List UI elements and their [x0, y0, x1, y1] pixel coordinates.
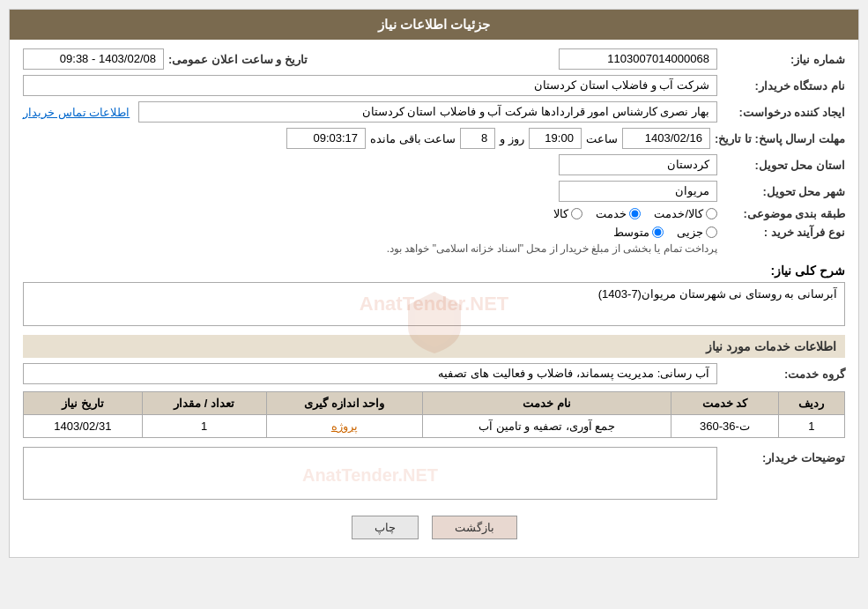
button-group: بازگشت چاپ	[23, 516, 845, 548]
cell-code: ت-36-360	[671, 415, 778, 438]
creator-value: بهار نصری کارشناس امور قراردادها شرکت آب…	[138, 101, 717, 123]
need-number-label: شماره نیاز:	[722, 53, 845, 66]
deadline-label: مهلت ارسال پاسخ: تا تاریخ:	[715, 132, 845, 145]
category-kala[interactable]: کالا	[553, 207, 582, 220]
services-table: ردیف کد خدمت نام خدمت واحد اندازه گیری ت…	[23, 391, 845, 438]
col-quantity: تعداد / مقدار	[142, 392, 266, 415]
announce-date-value: 1403/02/08 - 09:38	[23, 48, 164, 70]
process-motavasset[interactable]: متوسط	[613, 226, 664, 239]
category-kala-radio[interactable]	[571, 208, 582, 219]
col-unit: واحد اندازه گیری	[266, 392, 423, 415]
col-date: تاریخ نیاز	[24, 392, 143, 415]
print-button[interactable]: چاپ	[352, 516, 419, 539]
deadline-remaining-label: ساعت باقی مانده	[370, 132, 456, 145]
buyer-notes-textarea[interactable]	[23, 447, 717, 500]
province-value: کردستان	[559, 154, 717, 175]
description-value: آبرسانی به روستای نی شهرستان مریوان(7-14…	[598, 287, 837, 301]
process-jozvi-label: جزیی	[677, 226, 703, 239]
deadline-remaining: 09:03:17	[286, 128, 366, 149]
process-jozvi-radio[interactable]	[706, 227, 717, 238]
watermark: AnatTender.NET	[360, 293, 509, 316]
province-label: استان محل تحویل:	[722, 159, 845, 172]
service-group-value: آب رسانی: مدیریت پسماند، فاضلاب و فعالیت…	[23, 363, 717, 384]
process-label: نوع فرآیند خرید :	[722, 226, 845, 239]
cell-unit: پروژه	[266, 415, 423, 438]
category-label: طبقه بندی موضوعی:	[722, 207, 845, 220]
category-kala-khedmat-label: کالا/خدمت	[654, 207, 703, 220]
col-name: نام خدمت	[423, 392, 671, 415]
buyer-notes-label: توضیحات خریدار:	[722, 447, 845, 464]
process-jozvi[interactable]: جزیی	[677, 226, 717, 239]
service-group-label: گروه خدمت:	[722, 368, 845, 381]
table-row: 1 ت-36-360 جمع آوری، تصفیه و تامین آب پر…	[24, 415, 845, 438]
city-label: شهر محل تحویل:	[722, 185, 845, 198]
category-radio-group: کالا/خدمت خدمت کالا	[23, 207, 717, 220]
deadline-time-label: ساعت	[586, 132, 618, 145]
category-khedmat-radio[interactable]	[629, 208, 641, 219]
buyer-org-label: نام دستگاه خریدار:	[722, 79, 845, 93]
category-kala-khedmat-radio[interactable]	[706, 208, 717, 219]
contact-link[interactable]: اطلاعات تماس خریدار	[23, 106, 130, 119]
cell-quantity: 1	[142, 415, 266, 438]
description-section-label: شرح کلی نیاز:	[771, 264, 845, 278]
category-kala-label: کالا	[553, 207, 568, 220]
process-motavasset-radio[interactable]	[652, 227, 664, 238]
creator-label: ایجاد کننده درخواست:	[722, 106, 845, 119]
deadline-time: 19:00	[529, 128, 582, 149]
category-kala-khedmat[interactable]: کالا/خدمت	[654, 207, 717, 220]
city-value: مریوان	[559, 181, 717, 202]
back-button[interactable]: بازگشت	[432, 516, 517, 539]
announce-date-label: تاریخ و ساعت اعلان عمومی:	[168, 53, 308, 66]
description-box: آبرسانی به روستای نی شهرستان مریوان(7-14…	[23, 282, 845, 326]
process-notice: پرداخت تمام یا بخشی از مبلغ خریدار از مح…	[23, 242, 717, 255]
col-row: ردیف	[778, 392, 844, 415]
col-code: کد خدمت	[671, 392, 778, 415]
page-header: جزئیات اطلاعات نیاز	[10, 10, 858, 40]
cell-name: جمع آوری، تصفیه و تامین آب	[423, 415, 671, 438]
category-khedmat-label: خدمت	[596, 207, 627, 220]
process-motavasset-label: متوسط	[613, 226, 649, 239]
category-khedmat[interactable]: خدمت	[596, 207, 641, 220]
deadline-date: 1403/02/16	[622, 128, 710, 149]
deadline-days: 8	[460, 128, 495, 149]
buyer-org-value: شرکت آب و فاضلاب استان کردستان	[23, 75, 717, 96]
services-section-label: اطلاعات خدمات مورد نیاز	[23, 335, 845, 358]
need-number-value: 1103007014000068	[559, 48, 717, 70]
cell-date: 1403/02/31	[24, 415, 143, 438]
cell-row: 1	[778, 415, 844, 438]
deadline-days-label: روز و	[500, 132, 524, 145]
